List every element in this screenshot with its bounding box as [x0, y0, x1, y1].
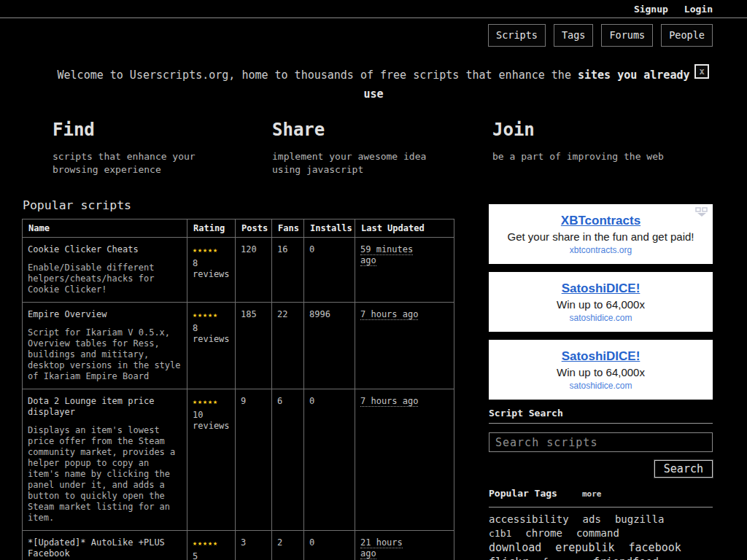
intro-subtitle: be a part of improving the web [492, 150, 675, 163]
script-posts-cell: 185 [236, 303, 272, 389]
reviews-link[interactable]: 10 reviews [193, 410, 230, 431]
welcome-banner: Welcome to Userscripts.org, home to thou… [34, 66, 713, 104]
script-search-block: Search [489, 432, 713, 478]
ad-url-link[interactable]: satoshidice.com [495, 313, 707, 323]
tag-link-facebook[interactable]: facebook [629, 542, 681, 554]
column-header: Fans [272, 219, 304, 238]
tag-line: flickrforumsfriendfeed [489, 556, 713, 560]
popular-scripts-section: Popular scripts NameRatingPostsFansInsta… [22, 198, 454, 560]
tag-link-chrome[interactable]: chrome [525, 527, 562, 539]
script-title-link[interactable]: Cookie Clicker Cheats [28, 244, 182, 255]
more-tags-link[interactable]: more [582, 489, 602, 499]
nav-tab-scripts[interactable]: Scripts [488, 24, 546, 47]
ad-title-link[interactable]: SatoshiDICE! [495, 349, 707, 364]
last-updated-link[interactable]: 21 hours ago [360, 537, 420, 559]
popular-scripts-heading: Popular scripts [23, 198, 454, 212]
ad-box[interactable]: XBTcontractsGet your share in the fun an… [489, 204, 713, 264]
star-rating-icon: ★★★★★ [193, 244, 230, 255]
script-installs-cell: 0 [304, 531, 355, 560]
script-fans-cell: 6 [272, 389, 304, 531]
intro-subtitle: implement your awesome idea using javasc… [272, 150, 454, 176]
tag-cloud: accessibilityadsbugzillac1b1chromecomman… [489, 513, 713, 560]
banner-close-button[interactable]: x [694, 64, 709, 79]
popular-tags-heading: Popular Tags [489, 488, 557, 503]
ad-title-link[interactable]: XBTcontracts [495, 214, 707, 228]
tag-link-forums[interactable]: forums [542, 556, 579, 560]
table-row: *[Updated]* AutoLike +PLUS Facebook★★★★★… [23, 531, 454, 560]
script-posts-cell: 3 [236, 531, 272, 560]
script-installs-cell: 0 [304, 389, 355, 531]
star-rating-icon: ★★★★★ [193, 537, 230, 548]
script-search-heading: Script Search [489, 408, 713, 424]
script-rating-cell: ★★★★★8 reviews [187, 238, 236, 303]
nav-tab-people[interactable]: People [661, 24, 713, 47]
tag-link-flickr[interactable]: flickr [489, 556, 528, 560]
script-title-link[interactable]: Dota 2 Lounge item price displayer [28, 396, 182, 418]
intro-subtitle: scripts that enhance your browsing exper… [53, 150, 235, 176]
ad-box[interactable]: SatoshiDICE!Win up to 64,000xsatoshidice… [489, 272, 713, 332]
tag-link-accessibility[interactable]: accessibility [489, 513, 569, 525]
intro-column-share: Share implement your awesome idea using … [272, 120, 492, 176]
last-updated-text: 7 hours ago [360, 396, 418, 407]
star-rating-icon: ★★★★★ [193, 396, 230, 407]
column-header: Posts [236, 219, 272, 238]
column-header: Installs [304, 219, 355, 238]
table-row: Dota 2 Lounge item price displayerDispla… [23, 389, 454, 531]
tag-link-bugzilla[interactable]: bugzilla [615, 513, 664, 525]
script-description: Displays an item's lowest price offer fr… [28, 425, 182, 524]
tag-link-friendfeed[interactable]: friendfeed [593, 556, 659, 560]
ad-box[interactable]: SatoshiDICE!Win up to 64,000xsatoshidice… [489, 340, 713, 400]
script-title-link[interactable]: Empire Overview [28, 309, 182, 320]
table-row: Empire OverviewScript for Ikariam V 0.5.… [23, 303, 454, 389]
signup-link[interactable]: Signup [634, 4, 668, 15]
table-header-row: NameRatingPostsFansInstallsLast Updated [23, 219, 454, 238]
script-description: Enable/Disable different helpers/cheats/… [28, 262, 182, 295]
script-title-link[interactable]: *[Updated]* AutoLike +PLUS Facebook [28, 537, 182, 559]
popular-tags-header: Popular Tags more [489, 488, 713, 503]
last-updated-text: 21 hours ago [360, 537, 403, 559]
script-name-cell: Empire OverviewScript for Ikariam V 0.5.… [23, 303, 187, 389]
search-button[interactable]: Search [654, 460, 713, 478]
intro-title: Find [53, 120, 272, 140]
topbar: Signup Login [0, 0, 747, 18]
reviews-link[interactable]: 8 reviews [193, 258, 230, 279]
column-header: Rating [187, 219, 236, 238]
last-updated-link[interactable]: 7 hours ago [360, 396, 418, 407]
script-posts-cell: 9 [236, 389, 272, 531]
tag-line: c1b1chromecommand [489, 527, 713, 540]
tag-link-c1b1[interactable]: c1b1 [489, 529, 511, 540]
table-row: Cookie Clicker CheatsEnable/Disable diff… [23, 238, 454, 303]
script-installs-cell: 8996 [304, 303, 355, 389]
script-name-cell: *[Updated]* AutoLike +PLUS Facebook [23, 531, 187, 560]
script-description: Script for Ikariam V 0.5.x, Overview tab… [28, 327, 182, 382]
last-updated-text: 59 minutes ago [360, 244, 413, 266]
star-rating-icon: ★★★★★ [193, 309, 230, 320]
script-fans-cell: 16 [272, 238, 304, 303]
script-posts-cell: 120 [236, 238, 272, 303]
nav-tab-forums[interactable]: Forums [601, 24, 653, 47]
script-installs-cell: 0 [304, 238, 355, 303]
tags-divider [489, 507, 713, 508]
ad-url-link[interactable]: satoshidice.com [495, 381, 707, 391]
tag-link-erepublik[interactable]: erepublik [555, 542, 614, 554]
reviews-link[interactable]: 8 reviews [193, 323, 230, 344]
ad-text: Win up to 64,000x [495, 298, 707, 311]
anonymous-ads-icon [695, 207, 708, 217]
nav-tab-tags[interactable]: Tags [554, 24, 594, 47]
popular-scripts-table: NameRatingPostsFansInstallsLast Updated … [22, 219, 454, 560]
script-fans-cell: 2 [272, 531, 304, 560]
ad-title-link[interactable]: SatoshiDICE! [495, 281, 707, 296]
search-input[interactable] [489, 432, 713, 452]
ad-url-link[interactable]: xbtcontracts.org [495, 245, 707, 255]
reviews-link[interactable]: 5 reviews [193, 551, 230, 560]
last-updated-link[interactable]: 7 hours ago [360, 309, 418, 320]
scripts-table-body: Cookie Clicker CheatsEnable/Disable diff… [23, 238, 454, 560]
login-link[interactable]: Login [684, 4, 713, 15]
intro-column-find: Find scripts that enhance your browsing … [53, 120, 272, 176]
tag-link-command[interactable]: command [576, 527, 619, 539]
tag-link-ads[interactable]: ads [583, 513, 601, 525]
tag-link-download[interactable]: download [489, 542, 541, 554]
script-updated-cell: 21 hours ago [355, 531, 454, 560]
last-updated-link[interactable]: 59 minutes ago [360, 244, 420, 266]
script-name-cell: Dota 2 Lounge item price displayerDispla… [23, 389, 187, 531]
